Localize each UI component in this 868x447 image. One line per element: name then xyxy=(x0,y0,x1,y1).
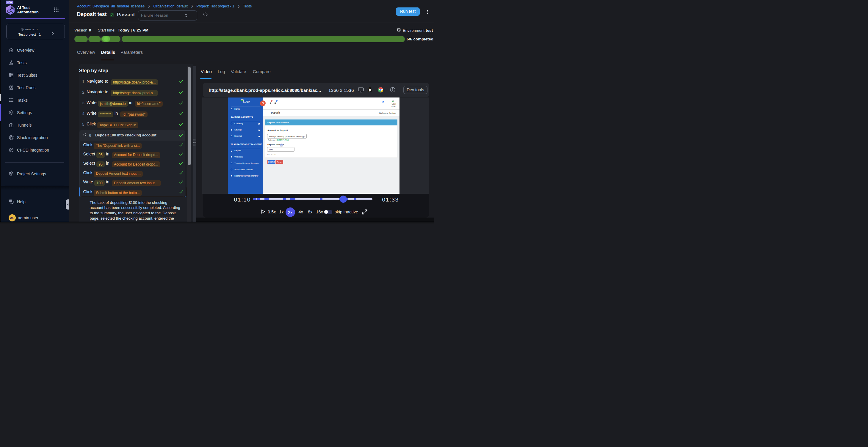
svg-text:?: ? xyxy=(10,200,11,202)
